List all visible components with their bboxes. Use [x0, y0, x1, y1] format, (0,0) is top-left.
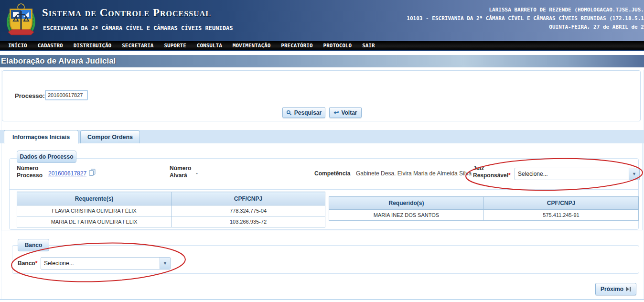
- page-bottom-border: [0, 299, 644, 300]
- proximo-button[interactable]: Próximo: [595, 283, 636, 295]
- copy-icon[interactable]: [89, 169, 96, 176]
- juiz-responsavel-label: Juiz Responsável*: [473, 165, 514, 179]
- session-info: LARISSA BARRETO DE REZENDE (HOMOLOGACAO.…: [407, 6, 644, 32]
- table-cell: FLAVIA CRISTINA OLIVEIRA FÉLIX: [17, 205, 172, 216]
- table-row: MARIA DE FATIMA OLIVEIRA FELIX103.266.93…: [17, 216, 325, 227]
- pesquisar-label: Pesquisar: [294, 109, 322, 116]
- table-cell: MARIA INEZ DOS SANTOS: [329, 210, 484, 221]
- tab-informacoes-iniciais[interactable]: Informações Iniciais: [4, 130, 78, 144]
- session-user: LARISSA BARRETO DE REZENDE (HOMOLOGACAO.…: [407, 6, 644, 14]
- requeridos-header-cpf: CPF/CNPJ: [484, 197, 639, 210]
- dados-do-processo-legend: Dados do Processo: [17, 151, 76, 163]
- banco-label: Banco*: [18, 260, 37, 267]
- table-row: FLAVIA CRISTINA OLIVEIRA FÉLIX778.324.77…: [17, 205, 325, 216]
- requeridos-table: Requerido(s) CPF/CNPJ MARIA INEZ DOS SAN…: [329, 196, 639, 221]
- proximo-label: Próximo: [601, 286, 623, 292]
- juiz-responsavel-selected-value: Selecione...: [515, 171, 629, 177]
- tab-strip: Informações Iniciais Compor Ordens: [0, 130, 644, 143]
- voltar-button[interactable]: ↩ Voltar: [329, 107, 362, 118]
- menu-item-sair[interactable]: SAIR: [357, 43, 380, 49]
- screen: Sistema de Controle Processual ESCRIVANI…: [0, 0, 644, 302]
- app-header: Sistema de Controle Processual ESCRIVANI…: [0, 0, 644, 41]
- back-arrow-icon: ↩: [333, 110, 339, 115]
- menu-item-secretaria[interactable]: SECRETARIA: [117, 43, 159, 49]
- table-row: MARIA INEZ DOS SANTOS575.411.245-91: [329, 210, 639, 221]
- requerentes-table: Requerente(s) CPF/CNPJ FLAVIA CRISTINA O…: [17, 192, 325, 227]
- page-title: Elaboração de Alvará Judicial: [1, 56, 116, 66]
- table-cell: 103.266.935-72: [172, 216, 325, 227]
- numero-processo-label: Número Processo: [17, 165, 48, 179]
- pesquisar-button[interactable]: Pesquisar: [282, 107, 325, 118]
- app-subtitle: ESCRIVANIA DA 2ª CÂMARA CÍVEL E CÂMARAS …: [43, 25, 233, 32]
- required-asterisk: *: [508, 172, 511, 179]
- menu-item-suporte[interactable]: SUPORTE: [159, 43, 191, 49]
- page-title-bar: Elaboração de Alvará Judicial: [0, 55, 644, 67]
- menu-item-inicio[interactable]: INÍCIO: [3, 43, 32, 49]
- requerentes-header-cpf: CPF/CNPJ: [172, 192, 325, 205]
- search-icon: [286, 110, 292, 116]
- menu-item-consulta[interactable]: CONSULTA: [192, 43, 227, 49]
- banco-select[interactable]: Selecione... ▼: [41, 257, 171, 270]
- requeridos-header-nome: Requerido(s): [329, 197, 484, 210]
- processo-label: Processo:: [15, 92, 45, 99]
- tjse-coat-of-arms-icon: [4, 2, 38, 40]
- table-cell: 778.324.775-04: [172, 205, 325, 216]
- table-cell: 575.411.245-91: [484, 210, 639, 221]
- banco-selected-value: Selecione...: [41, 260, 160, 267]
- requerentes-header-nome: Requerente(s): [17, 192, 172, 205]
- search-actions: Pesquisar ↩ Voltar: [0, 107, 644, 118]
- next-icon: [626, 287, 631, 291]
- processo-input[interactable]: [45, 90, 88, 100]
- session-date: QUINTA-FEIRA, 27 de ABRIL de 2: [407, 23, 644, 32]
- numero-alvara-value: -: [196, 170, 198, 177]
- table-cell: MARIA DE FATIMA OLIVEIRA FELIX: [17, 216, 172, 227]
- menu-item-distribuicao[interactable]: DISTRIBUIÇÃO: [68, 43, 117, 49]
- competencia-label: Competência: [314, 170, 350, 177]
- app-title: Sistema de Controle Processual: [42, 7, 211, 19]
- banco-legend: Banco: [18, 239, 49, 251]
- numero-processo-link[interactable]: 201600617827: [48, 170, 86, 177]
- session-unit: 10103 - ESCRIVANIA DA 2ª CÂMARA CÍVEL E …: [407, 14, 644, 23]
- juiz-dropdown-arrow-icon[interactable]: ▼: [629, 168, 639, 180]
- competencia-value: Gabinete Desa. Elvira Maria de Almeida S…: [356, 170, 472, 177]
- fieldset-divider: [10, 189, 638, 190]
- menu-item-cadastro[interactable]: CADASTRO: [32, 43, 68, 49]
- menu-item-movimentacao[interactable]: MOVIMENTAÇÃO: [227, 43, 276, 49]
- juiz-responsavel-select[interactable]: Selecione... ▼: [515, 168, 640, 180]
- banco-dropdown-arrow-icon[interactable]: ▼: [160, 258, 170, 269]
- required-asterisk: *: [35, 260, 38, 267]
- menu-item-precatorio[interactable]: PRECATÓRIO: [276, 43, 318, 49]
- voltar-label: Voltar: [341, 109, 357, 116]
- main-menu: INÍCIO CADASTRO DISTRIBUIÇÃO SECRETARIA …: [0, 41, 644, 51]
- tab-compor-ordens[interactable]: Compor Ordens: [80, 130, 140, 143]
- numero-alvara-label: Número Alvará: [170, 165, 198, 179]
- menu-item-protocolo[interactable]: PROTOCOLO: [318, 43, 357, 49]
